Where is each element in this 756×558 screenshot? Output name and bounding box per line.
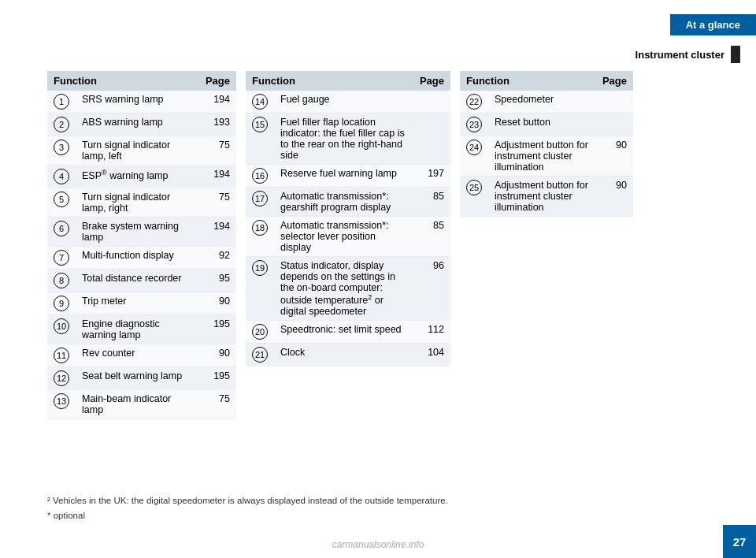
table-row: 10Engine diagnostic warning lamp195 — [47, 315, 236, 344]
row-function-cell: SRS warning lamp — [76, 91, 199, 113]
row-number-cell: 2 — [47, 113, 76, 136]
row-number-cell: 22 — [460, 91, 488, 113]
circle-number: 4 — [54, 169, 69, 184]
row-function-cell: ESP® warning lamp — [76, 166, 199, 188]
row-number-cell: 23 — [460, 113, 488, 136]
table-row: 20Speedtronic: set limit speed112 — [246, 321, 450, 344]
page-number-badge: 27 — [723, 525, 756, 558]
table-row: 19Status indicator, display depends on t… — [246, 257, 450, 321]
row-function-cell: Brake system warning lamp — [76, 218, 199, 247]
row-function-cell: Speedometer — [488, 91, 596, 113]
row-number-cell: 6 — [47, 218, 76, 247]
row-number-cell: 19 — [246, 257, 274, 321]
row-number-cell: 10 — [47, 315, 76, 344]
row-page-cell: 194 — [199, 166, 236, 188]
table-row: 8Total distance recorder95 — [47, 270, 236, 292]
row-function-cell: Multi-function display — [76, 247, 199, 270]
row-function-cell: Status indicator, display depends on the… — [274, 257, 413, 321]
row-number-cell: 4 — [47, 166, 76, 188]
circle-number: 10 — [54, 318, 69, 334]
table-3: Function Page 22Speedometer23Reset butto… — [460, 71, 633, 217]
row-page-cell: 90 — [199, 292, 236, 315]
row-number-cell: 1 — [47, 91, 76, 113]
row-function-cell: ABS warning lamp — [76, 113, 199, 136]
row-number-cell: 9 — [47, 292, 76, 315]
page-number: 27 — [733, 535, 747, 549]
row-function-cell: Reserve fuel warning lamp — [274, 165, 413, 188]
section-title-area: Instrument cluster — [636, 46, 740, 63]
footnote-optional: * optional — [47, 508, 448, 523]
row-page-cell — [596, 91, 633, 113]
circle-number: 11 — [54, 348, 69, 363]
row-function-cell: Turn signal indicator lamp, right — [76, 188, 199, 218]
circle-number: 23 — [466, 117, 482, 132]
circle-number: 14 — [252, 94, 268, 110]
circle-number: 3 — [54, 140, 69, 155]
row-function-cell: Trip meter — [76, 292, 199, 315]
row-page-cell: 75 — [199, 188, 236, 218]
row-number-cell: 12 — [47, 367, 76, 390]
row-function-cell: Seat belt warning lamp — [76, 367, 199, 390]
row-number-cell: 7 — [47, 247, 76, 270]
row-number-cell: 17 — [246, 188, 274, 217]
table-row: 3Turn signal indicator lamp, left75 — [47, 136, 236, 166]
circle-number: 24 — [466, 140, 482, 155]
tables-container: Function Page 1SRS warning lamp1942ABS w… — [47, 71, 709, 419]
row-page-cell: 92 — [199, 247, 236, 270]
table-row: 16Reserve fuel warning lamp197 — [246, 165, 450, 188]
row-page-cell: 197 — [413, 165, 450, 188]
circle-number: 17 — [252, 191, 268, 206]
table-row: 23Reset button — [460, 113, 633, 136]
header-title-bar: At a glance — [670, 14, 756, 35]
table2-page-header: Page — [413, 71, 450, 91]
table2-function-header: Function — [246, 71, 413, 91]
row-page-cell — [413, 91, 450, 113]
row-function-cell: Automatic transmission*: gearshift progr… — [274, 188, 413, 217]
footnotes-area: ² Vehicles in the UK: the digital speedo… — [47, 493, 448, 523]
circle-number: 6 — [54, 221, 69, 236]
table-1: Function Page 1SRS warning lamp1942ABS w… — [47, 71, 236, 419]
table-row: 22Speedometer — [460, 91, 633, 113]
row-number-cell: 16 — [246, 165, 274, 188]
circle-number: 16 — [252, 168, 268, 184]
row-page-cell: 112 — [413, 321, 450, 344]
row-function-cell: Rev counter — [76, 344, 199, 367]
row-function-cell: Clock — [274, 344, 413, 366]
section-title-text: Instrument cluster — [636, 49, 724, 61]
table-row: 17Automatic transmission*: gearshift pro… — [246, 188, 450, 217]
table1-page-header: Page — [199, 71, 236, 91]
row-number-cell: 5 — [47, 188, 76, 218]
row-page-cell: 195 — [199, 367, 236, 390]
circle-number: 5 — [54, 192, 69, 207]
circle-number: 15 — [252, 117, 268, 132]
row-function-cell: Reset button — [488, 113, 596, 136]
main-content: Function Page 1SRS warning lamp1942ABS w… — [47, 71, 709, 495]
table-row: 2ABS warning lamp193 — [47, 113, 236, 136]
watermark: carmanualsonline.info — [332, 539, 424, 550]
row-function-cell: Turn signal indicator lamp, left — [76, 136, 199, 166]
row-page-cell: 75 — [199, 390, 236, 419]
row-function-cell: Fuel filler flap location indicator: the… — [274, 113, 413, 165]
row-function-cell: Fuel gauge — [274, 91, 413, 113]
row-number-cell: 20 — [246, 321, 274, 344]
row-function-cell: Adjustment button for instrument cluster… — [488, 177, 596, 217]
row-page-cell: 193 — [199, 113, 236, 136]
circle-number: 7 — [54, 250, 69, 266]
row-number-cell: 8 — [47, 270, 76, 292]
circle-number: 19 — [252, 260, 268, 276]
circle-number: 1 — [54, 94, 69, 110]
table-row: 9Trip meter90 — [47, 292, 236, 315]
row-page-cell: 194 — [199, 91, 236, 113]
row-number-cell: 3 — [47, 136, 76, 166]
row-number-cell: 13 — [47, 390, 76, 419]
row-page-cell — [413, 113, 450, 165]
row-function-cell: Total distance recorder — [76, 270, 199, 292]
circle-number: 21 — [252, 347, 268, 363]
table3-page-header: Page — [596, 71, 633, 91]
row-page-cell — [596, 113, 633, 136]
circle-number: 12 — [54, 370, 69, 386]
row-number-cell: 21 — [246, 344, 274, 366]
table1-function-header: Function — [47, 71, 199, 91]
row-function-cell: Engine diagnostic warning lamp — [76, 315, 199, 344]
row-number-cell: 25 — [460, 177, 488, 217]
